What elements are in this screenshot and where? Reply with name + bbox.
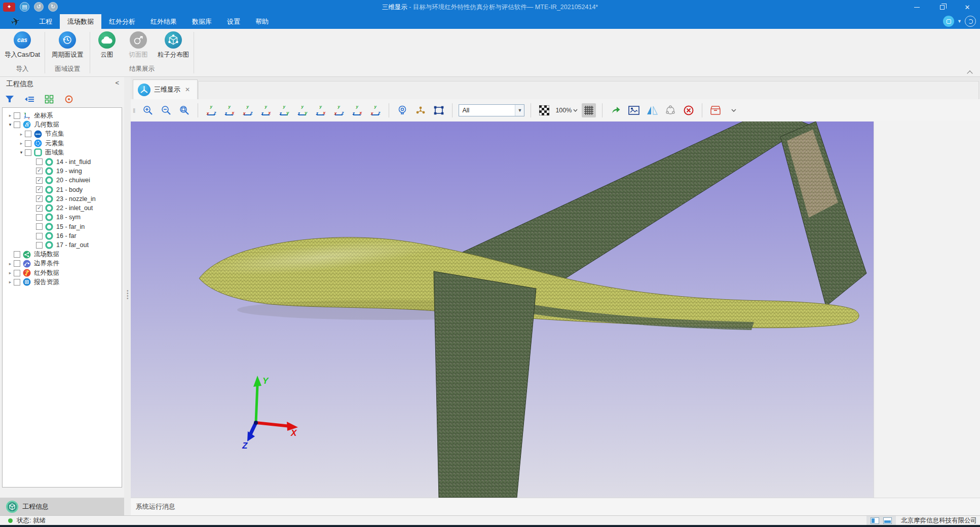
tree-item[interactable]: 17 - far_out [3,240,122,250]
close-tab-icon[interactable]: ✕ [185,86,190,93]
view-zx2-icon[interactable]: yzx [259,103,273,117]
tree-item[interactable]: ▸元素集 [3,139,122,148]
visibility-checkbox[interactable] [36,233,43,239]
layout-left-panel-icon[interactable] [871,517,879,524]
ribbon-button-2-1[interactable]: 周期面设置 [46,31,89,59]
combo-dropdown-icon[interactable]: ▼ [515,105,524,116]
view-iso2-icon[interactable]: yxz [332,103,346,117]
opacity-icon[interactable] [537,103,551,117]
view-zy2-icon[interactable]: yzy [295,103,310,117]
visibility-checkbox[interactable] [36,223,43,230]
style-preview-button[interactable] [943,16,954,27]
collapse-ribbon-icon[interactable] [968,69,973,72]
visibility-checkbox[interactable] [36,158,43,165]
view-iso1-icon[interactable]: yzx [314,103,328,117]
minimize-button[interactable] [904,0,929,14]
archive-icon[interactable] [708,103,723,117]
visibility-checkbox[interactable] [14,251,20,258]
zoom-in-icon[interactable] [141,103,155,117]
tree-item[interactable]: 21 - body [3,185,122,194]
visibility-checkbox[interactable] [36,195,43,202]
visibility-checkbox[interactable] [14,112,20,119]
display-filter-select[interactable]: All▼ [459,104,524,116]
visibility-checkbox[interactable] [36,177,43,184]
tree-item[interactable]: ▸红外数据 [3,268,122,277]
viewport-3d[interactable]: Y X Z [131,121,874,498]
visibility-checkbox[interactable] [14,279,20,286]
expand-arrow-icon[interactable]: ▸ [7,113,14,118]
expand-arrow-icon[interactable]: ▸ [7,261,14,266]
expand-arrow-icon[interactable]: ▾ [18,150,25,155]
tree-item[interactable]: 22 - inlet_out [3,204,122,213]
menu-tab-5[interactable]: 数据库 [184,14,219,29]
view-zy-icon[interactable]: yzy [277,103,291,117]
tree-item[interactable]: 20 - chuiwei [3,176,122,185]
tree-item[interactable]: 流场数据 [3,250,122,259]
expand-arrow-icon[interactable]: ▸ [7,279,14,285]
tree-item[interactable]: ▸YZX坐标系 [3,111,122,120]
tab-3d-view[interactable]: 三维显示 ✕ [133,79,198,99]
tree-item[interactable]: ▾几何数据 [3,120,122,129]
view-zx-icon[interactable]: yzx [222,103,237,117]
visibility-checkbox[interactable] [36,186,43,193]
tree-item[interactable]: ▸节点集 [3,130,122,139]
visibility-checkbox[interactable] [36,205,43,212]
menu-tab-3[interactable]: 红外分析 [101,14,143,29]
ribbon-button-3-1[interactable]: 云图 [91,31,123,59]
list-outdent-icon[interactable] [24,94,35,105]
menu-tab-2[interactable]: 流场数据 [60,14,101,29]
mirror-icon[interactable] [645,103,659,117]
tree-item[interactable]: ▸边界条件 [3,259,122,268]
expand-arrow-icon[interactable]: ▸ [18,141,25,146]
maximize-button[interactable] [929,0,955,14]
expand-arrow-icon[interactable]: ▸ [7,270,14,275]
more-dropdown-icon[interactable] [727,103,741,117]
menu-tab-7[interactable]: 帮助 [248,14,276,29]
view-xz2-icon[interactable]: yxz [241,103,255,117]
zoom-level-dropdown[interactable]: 100% [555,107,578,114]
panel-footer-tab[interactable]: 工程信息 [0,498,124,515]
visibility-checkbox[interactable] [14,260,20,267]
collapse-panel-button[interactable]: < [115,79,119,87]
tree-item[interactable]: 18 - sym [3,213,122,222]
visibility-checkbox[interactable] [36,168,43,174]
panel-splitter[interactable]: •••• [124,77,131,515]
tree-item[interactable]: 15 - far_in [3,222,122,231]
target-icon[interactable] [63,94,74,105]
layout-bottom-panel-icon[interactable] [883,517,892,524]
view-xz-icon[interactable]: yxz [204,103,218,117]
view-iso3-icon[interactable]: yzx [350,103,364,117]
close-button[interactable]: ✕ [955,0,980,14]
tree-item[interactable]: ▾面域集 [3,148,122,157]
filter-funnel-icon[interactable] [4,94,15,105]
zoom-out-icon[interactable] [159,103,173,117]
ribbon-button-3-3[interactable]: 粒子分布图 [154,31,193,59]
tree-item[interactable]: ▸报告资源 [3,277,122,287]
view-iso4-icon[interactable]: yxz [368,103,383,117]
theme-button[interactable] [965,16,976,27]
visibility-checkbox[interactable] [25,140,31,147]
export-arrow-icon[interactable] [609,103,623,117]
menu-tab-4[interactable]: 红外结果 [143,14,184,29]
visibility-checkbox[interactable] [36,242,43,249]
grid-squares-icon[interactable] [44,94,55,105]
menu-tab-6[interactable]: 设置 [219,14,248,29]
snapshot-icon[interactable] [627,103,641,117]
expand-arrow-icon[interactable]: ▾ [7,122,14,127]
tree-item[interactable]: 16 - far [3,231,122,240]
menu-tab-1[interactable]: 工程 [31,14,60,29]
ribbon-button-1-1[interactable]: cas导入Cas/Dat [1,31,44,59]
mesh-toggle-button[interactable] [582,103,596,117]
visibility-checkbox[interactable] [14,270,20,276]
tree-item[interactable]: 14 - int_fluid [3,157,122,166]
visibility-checkbox[interactable] [14,121,20,128]
trace-points-icon[interactable] [413,103,428,117]
visibility-checkbox[interactable] [36,214,43,221]
style-dropdown-icon[interactable]: ▼ [957,19,962,24]
expand-arrow-icon[interactable]: ▸ [18,132,25,137]
visibility-checkbox[interactable] [25,149,31,156]
tree-item[interactable]: 23 - nozzle_in [3,194,122,204]
toolbar-drag-handle[interactable]: ‖ [133,107,136,114]
probe-icon[interactable] [395,103,409,117]
delete-icon[interactable] [682,103,696,117]
